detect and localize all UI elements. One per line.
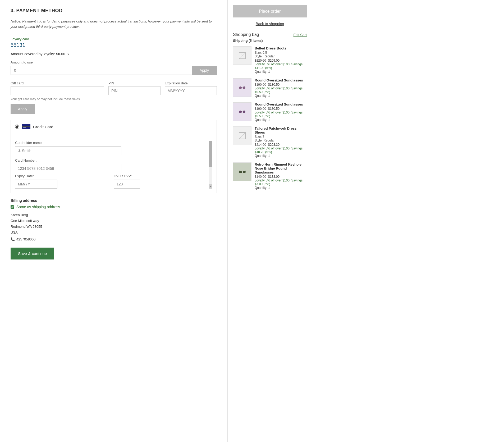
credit-card-radio[interactable] xyxy=(15,125,19,129)
billing-section: Billing address Same as shipping address… xyxy=(11,198,217,242)
cart-item-thumbnail xyxy=(233,46,251,65)
svg-rect-1 xyxy=(22,126,30,127)
billing-phone: 4257058000 xyxy=(16,236,35,242)
cart-item-new-price: $133.00 xyxy=(268,175,280,179)
billing-city-state-zip: Redmond WA 98055 xyxy=(11,224,217,230)
same-as-shipping-label[interactable]: Same as shipping address xyxy=(16,205,60,209)
cvc-field: CVC / CVV: xyxy=(114,174,208,189)
save-continue-button[interactable]: Save & continue xyxy=(11,248,54,259)
cart-item-loyalty: Loyalty 5% off over $100: Savings $9.50 … xyxy=(255,86,307,94)
cart-item: Tailored Patchwork Dress Shoes Size: 7 S… xyxy=(233,126,307,158)
dropdown-arrow-icon[interactable]: ▾ xyxy=(67,52,69,56)
cart-item: Round Oversized Sunglasses $190.00 $180.… xyxy=(233,78,307,98)
pin-label: PIN xyxy=(108,81,161,85)
cart-item-thumbnail xyxy=(233,102,251,121)
gift-card-apply-button[interactable]: Apply xyxy=(11,104,35,114)
edit-cart-link[interactable]: Edit Cart xyxy=(293,33,307,37)
page-title: 3. PAYMENT METHOD xyxy=(11,8,217,13)
loyalty-apply-button[interactable]: Apply xyxy=(192,66,217,75)
loyalty-section: Loyalty card 55131 Amount covered by loy… xyxy=(11,37,217,75)
cart-item-size: Size: 6.5 xyxy=(255,51,307,54)
place-order-button[interactable]: Place order xyxy=(233,5,307,17)
cart-item-new-price: $180.50 xyxy=(268,83,280,86)
billing-country: USA xyxy=(11,230,217,235)
cart-item-prices: $214.00 $203.30 xyxy=(255,143,307,147)
cart-item-info: Belted Dress Boots Size: 6.5 Style: Regu… xyxy=(255,46,307,74)
cardholder-label: Cardholder name: xyxy=(15,141,208,145)
cart-item-thumbnail xyxy=(233,126,251,145)
cart-item-quantity: Quantity: 1 xyxy=(255,94,307,98)
same-as-shipping-checkbox[interactable] xyxy=(11,205,14,209)
gift-card-input[interactable] xyxy=(11,86,104,95)
svg-rect-2 xyxy=(23,127,26,128)
pin-field: PIN xyxy=(108,81,161,95)
cart-item-prices: $190.00 $180.50 xyxy=(255,107,307,111)
cart-item-quantity: Quantity: 1 xyxy=(255,154,307,158)
expiration-field: Expiration date xyxy=(165,81,217,95)
billing-address1: One Microsoft way xyxy=(11,218,217,224)
cart-item-prices: $190.00 $180.50 xyxy=(255,83,307,86)
gift-card-label: Gift card xyxy=(11,81,104,85)
amount-covered: Amount covered by loyalty: $0.00 ▾ xyxy=(11,52,217,56)
card-bottom-row: Expiry Date: CVC / CVV: xyxy=(15,174,208,189)
cart-item-new-price: $180.50 xyxy=(268,107,280,111)
expiration-label: Expiration date xyxy=(165,81,217,85)
cvc-input[interactable] xyxy=(114,180,140,189)
billing-title: Billing address xyxy=(11,198,217,203)
loyalty-number: 55131 xyxy=(11,42,217,48)
payment-header: Credit Card xyxy=(11,120,217,133)
expiry-label: Expiry Date: xyxy=(15,174,109,178)
cart-item: Belted Dress Boots Size: 6.5 Style: Regu… xyxy=(233,46,307,74)
cart-item-loyalty: Loyalty 5% off over $100: Savings $11.00… xyxy=(255,62,307,70)
payment-method-section: Credit Card ▾ Cardholder name: Card Numb… xyxy=(11,120,217,193)
sidebar: Place order Back to shopping Shopping ba… xyxy=(227,0,312,442)
cart-item-loyalty: Loyalty 5% off over $100: Savings $9.50 … xyxy=(255,111,307,118)
credit-card-icon xyxy=(22,124,30,129)
cart-item-style: Style: Regular xyxy=(255,139,307,142)
expiration-input[interactable] xyxy=(165,86,217,95)
same-as-shipping-row: Same as shipping address xyxy=(11,205,217,209)
cardholder-name-input[interactable] xyxy=(15,146,121,155)
cart-item-info: Round Oversized Sunglasses $190.00 $180.… xyxy=(255,102,307,122)
cart-item-name: Belted Dress Boots xyxy=(255,46,307,50)
cart-item-quantity: Quantity: 1 xyxy=(255,70,307,74)
amount-use-label: Amount to use xyxy=(11,60,217,64)
cart-item-name: Round Oversized Sunglasses xyxy=(255,102,307,106)
expiry-input[interactable] xyxy=(15,180,57,189)
gift-card-note: Your gift card may or may not include th… xyxy=(11,97,217,101)
scroll-down-arrow[interactable]: ▾ xyxy=(209,184,212,189)
scrollbar-thumb[interactable] xyxy=(209,141,212,167)
cart-item-prices: $140.00 $133.00 xyxy=(255,175,307,179)
gift-card-section: Gift card PIN Expiration date Your gift … xyxy=(11,81,217,114)
back-to-shopping-link[interactable]: Back to shopping xyxy=(256,22,284,26)
gift-card-field: Gift card xyxy=(11,81,104,95)
cart-item-name: Round Oversized Sunglasses xyxy=(255,78,307,82)
cart-item-new-price: $203.30 xyxy=(268,143,280,147)
cart-item: Retro Horn Rimmed Keyhole Nose Bridge Ro… xyxy=(233,162,307,190)
cvc-label: CVC / CVV: xyxy=(114,174,208,178)
cart-item-old-price: $140.00 xyxy=(255,175,266,179)
cart-item-loyalty: Loyalty 5% off over $100: Savings $10.70… xyxy=(255,147,307,154)
card-number-label: Card Number: xyxy=(15,158,208,162)
payment-method-label: Credit Card xyxy=(33,125,53,129)
cart-item-thumbnail xyxy=(233,78,251,97)
cart-item-info: Tailored Patchwork Dress Shoes Size: 7 S… xyxy=(255,126,307,158)
notice-text: Notice: Payment info is for demo purpose… xyxy=(11,19,217,29)
cart-item-name: Tailored Patchwork Dress Shoes xyxy=(255,126,307,134)
pin-input[interactable] xyxy=(108,86,161,95)
billing-phone-row: 📞 4257058000 xyxy=(11,236,217,242)
amount-to-use-input[interactable] xyxy=(11,66,192,75)
cart-item: Round Oversized Sunglasses $190.00 $180.… xyxy=(233,102,307,122)
scrollbar-track: ▾ xyxy=(209,141,212,189)
billing-address: Karen Berg One Microsoft way Redmond WA … xyxy=(11,212,217,242)
card-number-input[interactable] xyxy=(15,164,121,173)
loyalty-label: Loyalty card xyxy=(11,37,217,41)
cart-item-name: Retro Horn Rimmed Keyhole Nose Bridge Ro… xyxy=(255,162,307,174)
expiry-field: Expiry Date: xyxy=(15,174,109,189)
billing-name: Karen Berg xyxy=(11,212,217,218)
cart-item-old-price: $190.00 xyxy=(255,107,266,111)
cart-item-new-price: $209.00 xyxy=(268,59,280,62)
cart-item-old-price: $190.00 xyxy=(255,83,266,86)
cart-item-info: Retro Horn Rimmed Keyhole Nose Bridge Ro… xyxy=(255,162,307,190)
cart-item-quantity: Quantity: 1 xyxy=(255,118,307,122)
